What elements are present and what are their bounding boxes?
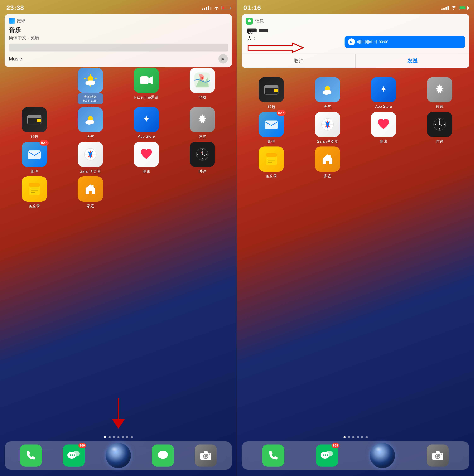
right-dot-5 xyxy=(361,436,363,438)
app-appstore[interactable]: ✦ App Store xyxy=(120,107,173,139)
svg-point-91 xyxy=(326,451,333,457)
svg-point-58 xyxy=(453,9,454,10)
right-clock-icon[interactable] xyxy=(427,112,452,137)
mail-label: 邮件 xyxy=(31,169,38,174)
translation-card-header: 🌐 翻译 xyxy=(9,18,228,24)
app-wallet[interactable]: 钱包 xyxy=(8,107,61,139)
weather-temps: H:34° L:28° xyxy=(80,99,101,102)
right-app-health[interactable]: 健康 xyxy=(357,112,410,144)
dock-phone-icon[interactable] xyxy=(20,444,42,467)
svg-point-47 xyxy=(73,451,80,457)
right-safari-icon[interactable] xyxy=(315,112,340,137)
dock-messages[interactable] xyxy=(152,444,174,467)
right-dock-phone[interactable] xyxy=(262,444,284,467)
app-mail[interactable]: 527 邮件 xyxy=(8,142,61,174)
health-icon[interactable] xyxy=(134,142,159,167)
battery-icon xyxy=(221,6,230,10)
right-app-settings[interactable]: 设置 xyxy=(413,77,466,109)
app-safari[interactable]: Safari浏览器 xyxy=(64,142,117,174)
right-notes-icon[interactable] xyxy=(259,147,284,172)
right-app-home[interactable]: 家庭 xyxy=(301,147,354,179)
right-app-appstore[interactable]: ✦ App Store xyxy=(357,77,410,109)
dock-siri[interactable] xyxy=(106,443,131,468)
dock-camera[interactable] xyxy=(195,444,217,467)
app-item-maps[interactable]: 地图 xyxy=(176,68,229,100)
app-notes[interactable]: 备忘录 xyxy=(8,176,61,208)
cancel-button[interactable]: 取消 xyxy=(242,54,355,68)
right-wallet-icon[interactable] xyxy=(259,77,284,102)
svg-rect-15 xyxy=(37,119,41,122)
svg-rect-9 xyxy=(140,76,149,84)
svg-point-94 xyxy=(327,454,328,456)
dot-1 xyxy=(104,436,106,438)
app-item-weather-top[interactable]: 大部晴朗 H:34° L:28° 天气 xyxy=(64,68,117,111)
right-dot-6 xyxy=(365,436,368,438)
app-health[interactable]: 健康 xyxy=(120,142,173,174)
right-battery-icon xyxy=(459,6,468,10)
right-app-clock[interactable]: 时钟 xyxy=(413,112,466,144)
svg-marker-10 xyxy=(149,76,153,84)
notes-icon[interactable] xyxy=(22,176,47,202)
home-label: 家庭 xyxy=(87,204,94,208)
weather-condition: 大部晴朗 xyxy=(80,95,101,99)
right-settings-icon[interactable] xyxy=(427,77,452,102)
right-dock-camera-icon[interactable] xyxy=(427,444,449,467)
app-row-3-left: 备忘录 家庭 xyxy=(0,176,237,208)
dock-phone[interactable] xyxy=(20,444,42,467)
appstore-icon[interactable]: ✦ xyxy=(134,107,159,132)
dock-wechat-icon[interactable]: 969 xyxy=(63,444,85,467)
right-mail-icon[interactable]: 527 xyxy=(259,112,284,137)
right-app-wallet[interactable]: 钱包 xyxy=(245,77,298,109)
right-health-icon[interactable] xyxy=(371,112,396,137)
siri-icon[interactable] xyxy=(106,443,131,468)
svg-point-8 xyxy=(86,82,91,85)
svg-rect-64 xyxy=(274,89,278,92)
right-dock-siri[interactable] xyxy=(370,443,395,468)
send-button[interactable]: 发送 xyxy=(356,54,469,68)
app-clock[interactable]: 时钟 xyxy=(176,142,229,174)
translation-blurred xyxy=(9,44,228,51)
svg-point-67 xyxy=(326,90,331,94)
right-app-weather[interactable]: 天气 xyxy=(301,77,354,109)
right-dock-camera[interactable] xyxy=(427,444,449,467)
settings-icon[interactable] xyxy=(190,107,215,132)
right-weather-icon[interactable] xyxy=(315,77,340,102)
right-dock-phone-icon[interactable] xyxy=(262,444,284,467)
mail-icon[interactable]: 527 xyxy=(22,142,47,167)
right-app-mail[interactable]: 527 邮件 xyxy=(245,112,298,144)
right-app-notes[interactable]: 备忘录 xyxy=(245,147,298,179)
right-phone: 01:16 xyxy=(237,0,474,476)
dock-messages-icon[interactable] xyxy=(152,444,174,467)
weather-app-icon[interactable] xyxy=(78,68,103,93)
audio-play-button[interactable]: ▶ xyxy=(348,38,355,45)
right-appstore-label: App Store xyxy=(375,104,392,109)
safari-icon[interactable] xyxy=(78,142,103,167)
right-app-safari[interactable]: Safari浏览器 xyxy=(301,112,354,144)
maps-icon[interactable] xyxy=(190,68,215,93)
home-icon[interactable] xyxy=(78,176,103,202)
app-weather[interactable]: 天气 xyxy=(64,107,117,139)
weather-icon[interactable] xyxy=(78,107,103,132)
right-time: 01:16 xyxy=(243,4,261,12)
wallet-icon[interactable] xyxy=(22,107,47,132)
right-safari-label: Safari浏览器 xyxy=(317,139,338,144)
right-appstore-icon[interactable]: ✦ xyxy=(371,77,396,102)
right-siri-icon[interactable] xyxy=(370,443,395,468)
app-settings[interactable]: 设置 xyxy=(176,107,229,139)
dock-camera-icon[interactable] xyxy=(195,444,217,467)
app-home[interactable]: 家庭 xyxy=(64,176,117,208)
dock-wechat[interactable]: 969 xyxy=(63,444,85,467)
clock-icon[interactable] xyxy=(190,142,215,167)
notes-label: 备忘录 xyxy=(29,204,40,208)
wifi-icon xyxy=(214,5,219,11)
health-label: 健康 xyxy=(143,169,150,174)
svg-point-59 xyxy=(248,19,251,22)
right-home-icon[interactable] xyxy=(315,147,340,172)
svg-text:✦: ✦ xyxy=(143,114,150,124)
play-button[interactable]: ▶ xyxy=(219,54,228,64)
right-dock-wechat-icon[interactable]: 969 xyxy=(316,444,338,467)
app-item-facetime[interactable]: FaceTime通话 xyxy=(120,68,173,100)
right-dock-wechat[interactable]: 969 xyxy=(316,444,338,467)
message-card-header: 信息 xyxy=(246,18,465,25)
facetime-icon[interactable] xyxy=(134,68,159,93)
